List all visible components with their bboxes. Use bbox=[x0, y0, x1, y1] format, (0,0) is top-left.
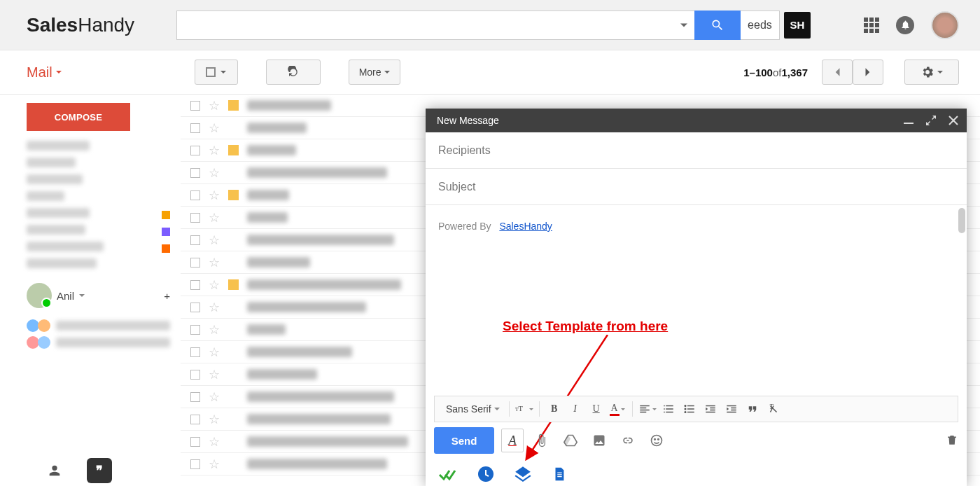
row-checkbox[interactable] bbox=[190, 168, 200, 178]
folder-item[interactable] bbox=[27, 225, 170, 239]
expand-icon[interactable] bbox=[926, 116, 936, 125]
row-checkbox[interactable] bbox=[190, 258, 200, 268]
saleshandy-link[interactable]: SalesHandy bbox=[499, 221, 552, 232]
star-icon[interactable]: ☆ bbox=[209, 389, 220, 405]
settings-button[interactable] bbox=[904, 60, 959, 85]
bullet-list-button[interactable] bbox=[680, 399, 699, 419]
row-checkbox[interactable] bbox=[190, 146, 200, 155]
close-icon[interactable] bbox=[948, 116, 958, 125]
contacts-tab[interactable] bbox=[42, 458, 67, 483]
saleshandy-chip[interactable]: SH bbox=[784, 12, 811, 39]
subject-field[interactable]: Subject bbox=[426, 169, 967, 205]
row-checkbox[interactable] bbox=[190, 190, 200, 200]
star-icon[interactable]: ☆ bbox=[209, 232, 220, 248]
scrollbar[interactable] bbox=[958, 208, 965, 376]
send-button[interactable]: Send bbox=[434, 427, 494, 454]
mail-dropdown[interactable]: Mail bbox=[27, 64, 62, 81]
search-button[interactable] bbox=[694, 11, 741, 40]
chat-row[interactable] bbox=[27, 336, 170, 349]
schedule-icon[interactable] bbox=[477, 466, 494, 482]
star-icon[interactable]: ☆ bbox=[209, 300, 220, 315]
row-checkbox[interactable] bbox=[190, 325, 200, 335]
row-checkbox[interactable] bbox=[190, 370, 200, 380]
star-icon[interactable]: ☆ bbox=[209, 188, 220, 203]
star-icon[interactable]: ☆ bbox=[209, 322, 220, 338]
formatting-toggle-button[interactable]: A bbox=[501, 429, 524, 452]
star-icon[interactable]: ☆ bbox=[209, 457, 220, 472]
folder-item[interactable] bbox=[27, 208, 170, 223]
document-icon[interactable] bbox=[552, 465, 567, 483]
folder-item[interactable] bbox=[27, 158, 170, 172]
insert-link-icon[interactable] bbox=[620, 433, 636, 447]
numbered-list-button[interactable] bbox=[659, 399, 678, 419]
mail-subject bbox=[247, 100, 331, 111]
indent-more-button[interactable] bbox=[722, 399, 741, 419]
folder-item[interactable] bbox=[27, 141, 170, 155]
search-input[interactable] bbox=[184, 19, 687, 32]
bold-button[interactable]: B bbox=[545, 399, 564, 419]
emoji-icon[interactable] bbox=[650, 433, 664, 447]
italic-button[interactable]: I bbox=[566, 399, 585, 419]
dialog-header[interactable]: New Message bbox=[426, 109, 967, 132]
chat-row[interactable] bbox=[27, 319, 170, 332]
more-button[interactable]: More bbox=[349, 60, 400, 85]
chat-user[interactable]: Anil + bbox=[27, 283, 170, 308]
next-page-button[interactable] bbox=[853, 60, 883, 85]
add-person-button[interactable]: + bbox=[164, 290, 170, 302]
align-button[interactable] bbox=[638, 399, 657, 419]
minimize-icon[interactable] bbox=[904, 116, 913, 125]
row-checkbox[interactable] bbox=[190, 213, 200, 223]
star-icon[interactable]: ☆ bbox=[209, 345, 220, 360]
folder-item[interactable] bbox=[27, 242, 170, 256]
notifications-icon[interactable] bbox=[896, 16, 914, 34]
chevron-down-icon[interactable] bbox=[680, 23, 687, 27]
insert-photo-icon[interactable] bbox=[592, 433, 606, 447]
template-icon[interactable] bbox=[514, 465, 532, 483]
row-checkbox[interactable] bbox=[190, 392, 200, 402]
feeds-button[interactable]: eeds bbox=[741, 11, 780, 40]
star-icon[interactable]: ☆ bbox=[209, 277, 220, 293]
refresh-button[interactable] bbox=[266, 60, 321, 85]
select-all-button[interactable] bbox=[195, 60, 238, 85]
drive-icon[interactable] bbox=[563, 433, 578, 447]
star-icon[interactable]: ☆ bbox=[209, 143, 220, 158]
star-icon[interactable]: ☆ bbox=[209, 367, 220, 382]
row-checkbox[interactable] bbox=[190, 459, 200, 469]
star-icon[interactable]: ☆ bbox=[209, 210, 220, 225]
row-checkbox[interactable] bbox=[190, 101, 200, 111]
folder-item[interactable] bbox=[27, 174, 170, 189]
underline-button[interactable]: U bbox=[587, 399, 606, 419]
search-box[interactable] bbox=[176, 11, 694, 40]
row-checkbox[interactable] bbox=[190, 235, 200, 245]
row-checkbox[interactable] bbox=[190, 280, 200, 290]
row-checkbox[interactable] bbox=[190, 437, 200, 447]
track-icon[interactable] bbox=[438, 466, 458, 482]
row-checkbox[interactable] bbox=[190, 347, 200, 357]
row-checkbox[interactable] bbox=[190, 415, 200, 424]
recipients-field[interactable]: Recipients bbox=[426, 132, 967, 169]
hangouts-tab[interactable]: ❞ bbox=[87, 458, 112, 483]
row-checkbox[interactable] bbox=[190, 123, 200, 133]
row-checkbox[interactable] bbox=[190, 303, 200, 312]
star-icon[interactable]: ☆ bbox=[209, 412, 220, 427]
apps-icon[interactable] bbox=[864, 18, 879, 33]
font-size-button[interactable]: тT bbox=[514, 399, 534, 419]
discard-icon[interactable] bbox=[946, 433, 958, 449]
prev-page-button[interactable] bbox=[822, 60, 853, 85]
star-icon[interactable]: ☆ bbox=[209, 120, 220, 136]
attach-icon[interactable] bbox=[535, 433, 549, 447]
folder-item[interactable] bbox=[27, 258, 170, 273]
star-icon[interactable]: ☆ bbox=[209, 98, 220, 113]
star-icon[interactable]: ☆ bbox=[209, 165, 220, 181]
text-color-button[interactable]: A bbox=[608, 399, 627, 419]
quote-button[interactable] bbox=[743, 399, 762, 419]
dialog-body[interactable]: Powered By SalesHandy bbox=[426, 205, 967, 247]
star-icon[interactable]: ☆ bbox=[209, 255, 220, 270]
folder-item[interactable] bbox=[27, 191, 170, 206]
star-icon[interactable]: ☆ bbox=[209, 434, 220, 450]
indent-less-button[interactable] bbox=[701, 399, 720, 419]
font-select[interactable]: Sans Serif bbox=[442, 403, 504, 415]
clear-format-button[interactable]: T bbox=[764, 399, 783, 419]
avatar[interactable] bbox=[931, 11, 959, 39]
compose-button[interactable]: COMPOSE bbox=[27, 103, 130, 131]
